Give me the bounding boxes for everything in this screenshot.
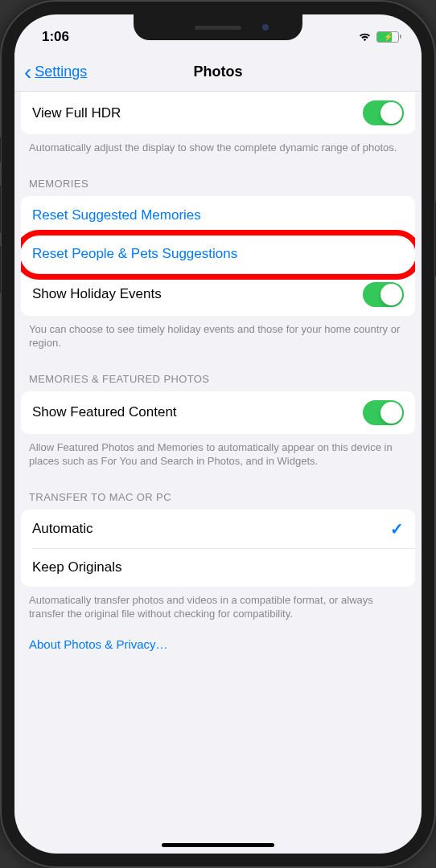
memories-footer: You can choose to see timely holiday eve… [14, 316, 422, 355]
reset-suggested-memories-row[interactable]: Reset Suggested Memories [21, 196, 415, 235]
featured-group: Show Featured Content [21, 391, 415, 434]
status-right: ⚡ [358, 31, 399, 43]
featured-header: MEMORIES & FEATURED PHOTOS [14, 355, 422, 391]
back-label: Settings [35, 63, 87, 80]
volume-down-button [0, 245, 1, 293]
reset-people-pets-row[interactable]: Reset People & Pets Suggestions [21, 235, 415, 273]
reset-memories-label: Reset Suggested Memories [32, 207, 201, 223]
home-indicator[interactable] [162, 843, 274, 847]
hdr-group: View Full HDR [21, 92, 415, 134]
reset-people-label: Reset People & Pets Suggestions [32, 246, 237, 262]
volume-up-button [0, 185, 1, 233]
charging-icon: ⚡ [384, 33, 393, 41]
keep-originals-label: Keep Originals [32, 559, 122, 575]
checkmark-icon: ✓ [390, 519, 404, 538]
nav-bar: ‹ Settings Photos [14, 53, 422, 92]
holiday-toggle[interactable] [363, 282, 404, 307]
hdr-footer: Automatically adjust the display to show… [14, 134, 422, 160]
notch [134, 14, 302, 40]
transfer-automatic-row[interactable]: Automatic ✓ [21, 510, 415, 548]
featured-footer: Allow Featured Photos and Memories to au… [14, 434, 422, 473]
holiday-label: Show Holiday Events [32, 286, 162, 302]
memories-header: MEMORIES [14, 160, 422, 196]
status-time: 1:06 [42, 29, 69, 45]
hdr-toggle[interactable] [363, 100, 404, 125]
silent-switch [0, 137, 1, 162]
memories-group: Reset Suggested Memories Reset People & … [21, 196, 415, 316]
transfer-group: Automatic ✓ Keep Originals [21, 510, 415, 587]
screen: 1:06 ⚡ ‹ Settings Photos View Full HDR [14, 14, 422, 854]
back-button[interactable]: ‹ Settings [24, 61, 87, 84]
battery-icon: ⚡ [376, 31, 399, 43]
about-link-label: About Photos & Privacy… [29, 637, 168, 651]
about-photos-privacy-link[interactable]: About Photos & Privacy… [14, 626, 422, 667]
wifi-icon [358, 32, 372, 42]
content[interactable]: View Full HDR Automatically adjust the d… [14, 92, 422, 837]
transfer-keep-originals-row[interactable]: Keep Originals [21, 548, 415, 587]
featured-toggle[interactable] [363, 400, 404, 425]
show-holiday-events-row[interactable]: Show Holiday Events [21, 273, 415, 316]
automatic-label: Automatic [32, 521, 93, 537]
show-featured-content-row[interactable]: Show Featured Content [21, 391, 415, 434]
transfer-footer: Automatically transfer photos and videos… [14, 587, 422, 626]
transfer-header: TRANSFER TO MAC OR PC [14, 473, 422, 510]
hdr-label: View Full HDR [32, 105, 121, 121]
view-full-hdr-row[interactable]: View Full HDR [21, 92, 415, 134]
featured-label: Show Featured Content [32, 404, 177, 420]
phone-frame: 1:06 ⚡ ‹ Settings Photos View Full HDR [0, 0, 436, 868]
chevron-left-icon: ‹ [24, 61, 31, 84]
